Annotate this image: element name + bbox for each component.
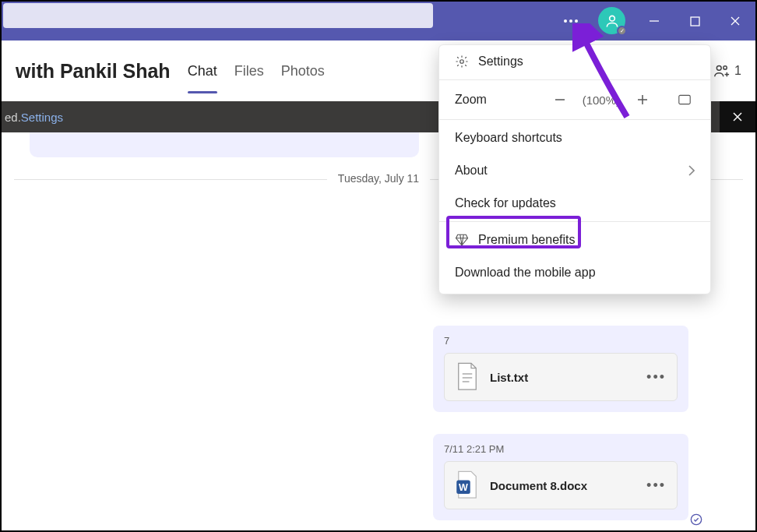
presence-badge xyxy=(617,26,627,36)
date-separator-text: Tuesday, July 11 xyxy=(327,172,430,185)
menu-check-updates-label: Check for updates xyxy=(455,196,556,210)
tab-chat[interactable]: Chat xyxy=(188,57,217,86)
zoom-out-button[interactable] xyxy=(550,90,570,110)
file-attachment[interactable]: List.txt ••• xyxy=(444,353,678,401)
message-timestamp: 7/11 2:21 PM xyxy=(444,443,678,455)
participant-count: 1 xyxy=(734,64,741,78)
file-more-button[interactable]: ••• xyxy=(646,477,666,494)
menu-premium-label: Premium benefits xyxy=(478,233,576,247)
menu-about[interactable]: About xyxy=(439,154,710,187)
file-more-button[interactable]: ••• xyxy=(646,369,666,386)
banner-text: ed. xyxy=(5,111,21,124)
file-name: List.txt xyxy=(490,371,636,384)
menu-mobile-label: Download the mobile app xyxy=(455,266,596,280)
menu-keyboard-shortcuts[interactable]: Keyboard shortcuts xyxy=(439,122,710,154)
search-input[interactable] xyxy=(3,3,433,28)
minimize-button[interactable] xyxy=(634,2,674,41)
svg-rect-24 xyxy=(679,95,690,104)
more-options-button[interactable] xyxy=(559,11,583,31)
menu-zoom-row: Zoom (100%) xyxy=(439,82,710,118)
previous-message-stub xyxy=(30,132,419,157)
banner-close-button[interactable] xyxy=(720,101,755,132)
svg-text:W: W xyxy=(459,483,468,494)
tab-photos[interactable]: Photos xyxy=(281,57,325,86)
svg-point-2 xyxy=(575,19,578,23)
banner-settings-link[interactable]: Settings xyxy=(21,111,63,124)
menu-settings[interactable]: Settings xyxy=(439,45,710,78)
read-receipt-icon xyxy=(690,513,702,526)
menu-download-mobile[interactable]: Download the mobile app xyxy=(439,256,710,289)
zoom-label: Zoom xyxy=(455,93,487,107)
close-button[interactable] xyxy=(715,2,755,41)
diamond-icon xyxy=(455,233,469,247)
file-name: Document 8.docx xyxy=(490,479,636,492)
svg-point-20 xyxy=(460,60,464,64)
svg-point-8 xyxy=(717,65,721,70)
menu-settings-label: Settings xyxy=(478,55,523,69)
text-file-icon xyxy=(456,363,479,391)
menu-separator xyxy=(439,221,710,222)
gear-icon xyxy=(455,55,469,69)
zoom-in-button[interactable] xyxy=(632,90,653,110)
word-file-icon: W xyxy=(456,471,479,499)
page-title: with Pankil Shah xyxy=(16,60,171,83)
menu-premium-benefits[interactable]: Premium benefits xyxy=(439,224,710,256)
window-controls xyxy=(634,2,755,41)
menu-separator xyxy=(439,119,710,120)
chevron-right-icon xyxy=(688,165,695,176)
svg-rect-5 xyxy=(691,17,699,26)
more-options-menu: Settings Zoom (100%) Keyboard shortcuts … xyxy=(438,44,711,294)
menu-about-label: About xyxy=(455,164,488,178)
zoom-percentage: (100%) xyxy=(578,93,625,107)
message-bubble: 7 List.txt ••• xyxy=(433,326,688,412)
svg-point-1 xyxy=(569,19,572,23)
people-add-icon xyxy=(713,62,730,79)
file-attachment[interactable]: W Document 8.docx ••• xyxy=(444,461,678,509)
svg-point-0 xyxy=(564,19,567,23)
tab-files[interactable]: Files xyxy=(234,57,264,86)
avatar[interactable] xyxy=(598,7,625,34)
svg-point-9 xyxy=(724,66,727,69)
menu-check-updates[interactable]: Check for updates xyxy=(439,187,710,220)
message-timestamp: 7 xyxy=(444,335,678,347)
participants-button[interactable]: 1 xyxy=(713,62,741,79)
menu-shortcuts-label: Keyboard shortcuts xyxy=(455,131,562,145)
maximize-button[interactable] xyxy=(674,2,715,41)
menu-separator xyxy=(439,79,710,80)
svg-point-19 xyxy=(691,514,701,524)
fullscreen-button[interactable] xyxy=(674,90,695,110)
titlebar xyxy=(2,2,755,41)
tab-strip: Chat Files Photos xyxy=(188,57,325,86)
message-bubble: 7/11 2:21 PM W Document 8.docx ••• xyxy=(433,434,688,520)
svg-point-3 xyxy=(609,16,614,21)
